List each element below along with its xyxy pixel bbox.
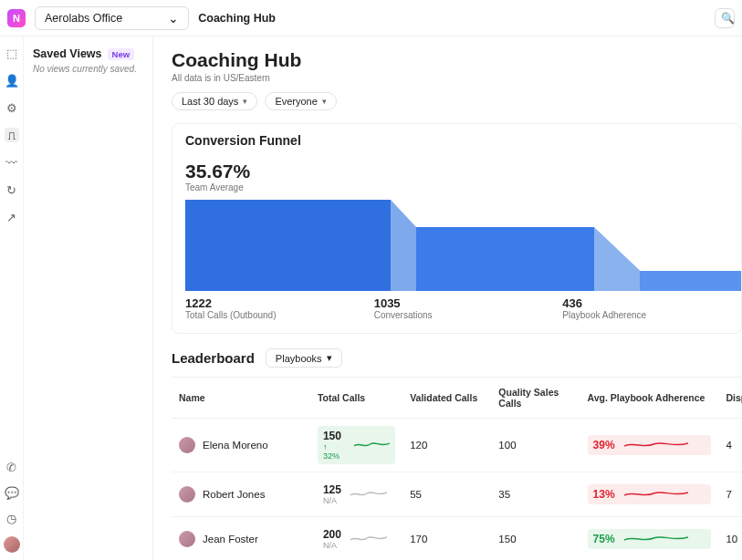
nav-user-icon[interactable]: 👤 [5, 73, 19, 88]
nav-gear-icon[interactable]: ⚙ [5, 100, 19, 115]
row-adherence: 39% [593, 439, 615, 451]
leaderboard-table: Name Total Calls Validated Calls Quality… [172, 377, 742, 560]
funnel-percentage: 35.67% [185, 161, 728, 182]
row-quality-calls: 35 [491, 472, 580, 517]
row-disp: 7 [718, 472, 742, 517]
row-validated-calls: 120 [402, 419, 491, 472]
row-name: Elena Moreno [203, 440, 268, 451]
row-validated-calls: 55 [402, 472, 491, 517]
clock-icon[interactable]: ◷ [5, 511, 19, 525]
col-disp[interactable]: Disp [718, 378, 742, 419]
funnel-step-label: Conversations [374, 310, 563, 320]
row-total-calls-delta: N/A [323, 496, 341, 505]
row-total-calls-delta: N/A [323, 541, 341, 550]
row-total-calls: 200 [323, 528, 341, 541]
nav-history-icon[interactable]: ↻ [5, 182, 19, 197]
search-icon: 🔍 [721, 12, 735, 25]
page-subtitle: All data is in US/Eastern [172, 73, 742, 83]
page-title: Coaching Hub [172, 49, 742, 71]
funnel-slope [594, 227, 640, 291]
row-quality-calls: 100 [491, 419, 580, 472]
row-total-calls-delta: ↑ 32% [323, 442, 345, 461]
col-adherence[interactable]: Avg. Playbook Adherence [580, 378, 719, 419]
office-select-label: Aerolabs Office [45, 12, 122, 25]
filter-date-range[interactable]: Last 30 days ▾ [172, 92, 257, 110]
row-adherence: 13% [593, 488, 615, 501]
row-name: Jean Foster [203, 534, 258, 544]
avatar [179, 437, 195, 453]
funnel-step-value: 436 [562, 296, 742, 310]
filter-date-label: Last 30 days [182, 96, 238, 107]
leaderboard-filter-label: Playbooks [276, 353, 322, 364]
table-row[interactable]: Jean Foster200N/A17015075%10 [172, 517, 742, 561]
col-quality-calls[interactable]: Quality Sales Calls [491, 378, 580, 419]
chevron-down-icon: ▾ [243, 97, 247, 106]
row-validated-calls: 170 [402, 517, 491, 561]
filter-people-label: Everyone [275, 96, 317, 107]
table-row[interactable]: Robert Jones125N/A553513%7 [172, 472, 742, 517]
nav-rail: ⬚ 👤 ⚙ ⎍ 〰 ↻ ↗ ✆ 💬 ◷ [0, 36, 24, 560]
funnel-percentage-label: Team Average [185, 182, 728, 192]
row-disp: 10 [718, 517, 742, 561]
row-quality-calls: 150 [491, 517, 580, 561]
row-adherence: 75% [593, 533, 615, 545]
funnel-title: Conversion Funnel [172, 124, 741, 157]
saved-views-empty: No views currently saved. [33, 64, 143, 74]
chevron-down-icon: ▾ [327, 352, 332, 364]
funnel-bar-adherence [640, 271, 742, 291]
office-select[interactable]: Aerolabs Office ⌄ [35, 6, 189, 30]
new-badge: New [108, 48, 135, 60]
funnel-chart [185, 200, 742, 291]
leaderboard-filter[interactable]: Playbooks ▾ [266, 348, 342, 368]
funnel-step-label: Playbook Adherence [562, 310, 742, 320]
nav-trend-icon[interactable]: ↗ [5, 210, 19, 224]
funnel-slope [391, 200, 416, 291]
avatar [179, 486, 195, 503]
saved-views-panel: Saved Views New No views currently saved… [24, 36, 153, 560]
funnel-step-value: 1035 [374, 296, 563, 310]
row-total-calls: 125 [323, 483, 341, 496]
nav-home-icon[interactable]: ⬚ [5, 46, 19, 60]
funnel-step-value: 1222 [185, 296, 374, 310]
col-name[interactable]: Name [172, 378, 310, 419]
funnel-step-label: Total Calls (Outbound) [185, 310, 374, 320]
phone-icon[interactable]: ✆ [5, 460, 19, 474]
breadcrumb: Coaching Hub [198, 12, 276, 25]
leaderboard-title: Leaderboard [172, 350, 255, 366]
saved-views-title: Saved Views [33, 47, 102, 60]
table-row[interactable]: Elena Moreno150↑ 32%12010039%4 [172, 419, 742, 472]
row-disp: 4 [718, 419, 742, 472]
conversion-funnel-panel: Conversion Funnel 35.67% Team Average 12… [172, 123, 742, 334]
nav-activity-icon[interactable]: 〰 [5, 155, 19, 170]
user-avatar[interactable] [4, 536, 20, 553]
funnel-bar-total-calls [185, 200, 391, 291]
col-validated-calls[interactable]: Validated Calls [402, 378, 491, 419]
search-input[interactable]: 🔍 S [715, 8, 735, 28]
nav-coaching-icon[interactable]: ⎍ [5, 128, 19, 142]
chat-icon[interactable]: 💬 [5, 485, 19, 500]
filter-people[interactable]: Everyone ▾ [265, 92, 336, 110]
avatar [179, 531, 195, 547]
chevron-down-icon: ▾ [322, 97, 327, 106]
funnel-bar-conversations [416, 227, 594, 291]
main-content: Coaching Hub All data is in US/Eastern L… [153, 36, 742, 560]
col-total-calls[interactable]: Total Calls [310, 378, 402, 419]
row-total-calls: 150 [323, 430, 345, 442]
chevron-down-icon: ⌄ [168, 11, 179, 26]
row-name: Robert Jones [203, 489, 265, 500]
app-logo[interactable]: N [7, 9, 26, 27]
